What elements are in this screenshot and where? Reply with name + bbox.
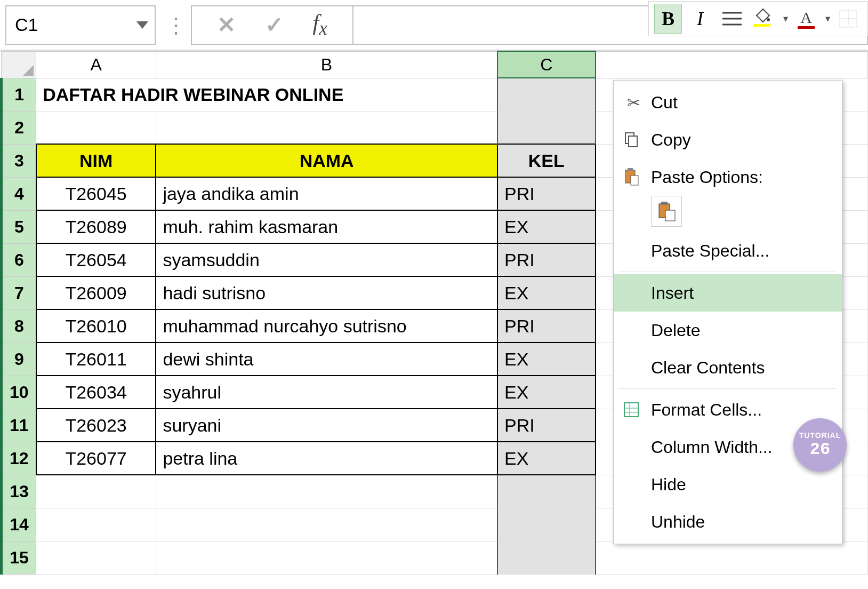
name-box-value: C1 (15, 14, 38, 35)
column-header-a[interactable]: A (36, 51, 156, 78)
menu-paste-special[interactable]: Paste Special... (614, 232, 842, 269)
cell-nama[interactable]: petra lina (156, 442, 497, 475)
row-header-1[interactable]: 1 (2, 78, 36, 111)
svg-rect-15 (631, 176, 638, 185)
row-header[interactable]: 5 (2, 210, 36, 243)
menu-cut[interactable]: ✂ Cut (614, 84, 842, 121)
cell-nim[interactable]: T26077 (36, 442, 156, 475)
row-header[interactable]: 8 (2, 309, 36, 343)
select-all-corner[interactable] (2, 51, 36, 78)
svg-marker-0 (136, 21, 148, 29)
cell-nama[interactable]: dewi shinta (156, 343, 497, 376)
name-box-dropdown-icon[interactable] (136, 21, 148, 29)
row-header[interactable]: 10 (2, 376, 36, 409)
row-header[interactable]: 9 (2, 343, 36, 376)
separator-icon: ⋮ (165, 13, 187, 37)
context-menu: ✂ Cut Copy Paste Options: Paste Special.… (613, 80, 842, 544)
menu-delete[interactable]: Delete (614, 312, 842, 349)
cell[interactable] (497, 475, 596, 508)
row-header-3[interactable]: 3 (2, 144, 36, 177)
cell-nim[interactable]: T26023 (36, 409, 156, 442)
cell-nim[interactable]: T26045 (36, 177, 156, 210)
paste-icon (623, 168, 644, 186)
svg-rect-5 (753, 24, 770, 27)
italic-button[interactable]: I (686, 4, 714, 34)
menu-unhide[interactable]: Unhide (614, 503, 842, 540)
row-header-2[interactable]: 2 (2, 111, 36, 144)
cancel-icon[interactable]: ✕ (217, 12, 236, 38)
menu-hide[interactable]: Hide (614, 466, 842, 503)
row-header[interactable]: 11 (2, 409, 36, 442)
cell-nim[interactable]: T26089 (36, 210, 156, 243)
font-color-button[interactable]: A (792, 4, 820, 34)
watermark-badge: TUTORIAL 26 (793, 418, 847, 472)
svg-rect-17 (661, 202, 668, 205)
cell[interactable] (36, 541, 156, 574)
cell-kel[interactable]: EX (497, 276, 596, 309)
row-header[interactable]: 12 (2, 442, 36, 475)
cell[interactable] (596, 541, 868, 574)
mini-format-toolbar: B I ▾ A ▾ (648, 1, 868, 36)
cell-nama[interactable]: muh. rahim kasmaran (156, 210, 497, 243)
cell-nim[interactable]: T26010 (36, 309, 156, 343)
cell-kel[interactable]: EX (497, 210, 596, 243)
cell-kel[interactable]: EX (497, 343, 596, 376)
cell[interactable] (497, 541, 596, 574)
paste-default-button[interactable] (651, 196, 682, 227)
row-header[interactable]: 6 (2, 243, 36, 276)
column-header-b[interactable]: B (156, 51, 497, 78)
cell-nama[interactable]: suryani (156, 409, 497, 442)
cell[interactable] (156, 541, 497, 574)
cell-nim[interactable]: T26011 (36, 343, 156, 376)
row-header[interactable]: 15 (2, 541, 36, 574)
cell-nama[interactable]: syamsuddin (156, 243, 497, 276)
cell-nama[interactable]: jaya andika amin (156, 177, 497, 210)
cell[interactable] (156, 111, 497, 144)
cell-kel[interactable]: PRI (497, 409, 596, 442)
svg-point-4 (767, 18, 770, 21)
cell-nama[interactable]: muhammad nurcahyo sutrisno (156, 309, 497, 343)
row-header[interactable]: 7 (2, 276, 36, 309)
cell-kel[interactable]: EX (497, 376, 596, 409)
cell-kel[interactable]: EX (497, 442, 596, 475)
bold-button[interactable]: B (654, 4, 682, 34)
cell-kel[interactable]: PRI (497, 177, 596, 210)
row-header[interactable]: 13 (2, 475, 36, 508)
column-header-blank[interactable] (596, 51, 868, 78)
svg-text:A: A (800, 9, 812, 26)
header-kelas[interactable]: KEL (497, 144, 596, 177)
fill-color-button[interactable] (750, 4, 778, 34)
cell-nim[interactable]: T26054 (36, 243, 156, 276)
name-box[interactable]: C1 (5, 5, 156, 45)
menu-insert[interactable]: Insert (614, 274, 842, 312)
enter-icon[interactable]: ✓ (265, 12, 284, 38)
menu-copy[interactable]: Copy (614, 121, 842, 158)
cell-nim[interactable]: T26034 (36, 376, 156, 409)
cell[interactable] (156, 475, 497, 508)
cell[interactable] (36, 475, 156, 508)
cell-c2[interactable] (497, 111, 596, 144)
cell[interactable] (36, 111, 156, 144)
borders-button[interactable] (834, 4, 862, 34)
font-color-dropdown-icon[interactable]: ▾ (825, 13, 830, 25)
cell-c1[interactable] (497, 78, 596, 111)
fill-color-dropdown-icon[interactable]: ▾ (783, 13, 788, 25)
cell-nama[interactable]: hadi sutrisno (156, 276, 497, 309)
menu-clear-contents[interactable]: Clear Contents (614, 349, 842, 386)
row-header[interactable]: 14 (2, 508, 36, 541)
header-nama[interactable]: NAMA (156, 144, 497, 177)
align-button[interactable] (718, 4, 746, 34)
cell-kel[interactable]: PRI (497, 243, 596, 276)
cell-nim[interactable]: T26009 (36, 276, 156, 309)
row-header[interactable]: 4 (2, 177, 36, 210)
cell[interactable] (497, 508, 596, 541)
fx-icon[interactable]: fx (312, 10, 327, 39)
cell[interactable] (156, 508, 497, 541)
title-cell[interactable]: DAFTAR HADIR WEBINAR ONLINE (36, 78, 497, 111)
header-nim[interactable]: NIM (36, 144, 156, 177)
cell[interactable] (36, 508, 156, 541)
column-header-c[interactable]: C (497, 51, 596, 78)
cell-nama[interactable]: syahrul (156, 376, 497, 409)
svg-rect-14 (628, 168, 633, 171)
cell-kel[interactable]: PRI (497, 309, 596, 343)
